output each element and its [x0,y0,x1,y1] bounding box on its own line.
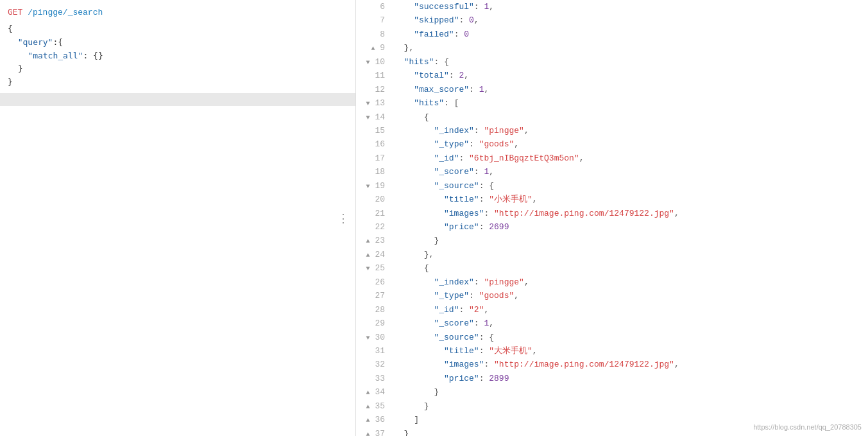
line-number: ▲ 34 [356,385,391,399]
line-row: 29 "_score": 1, [356,317,868,330]
line-number: 33 [356,372,391,385]
line-number: 22 [356,220,391,234]
line-row: 21 "images": "http://image.ping.com/1247… [356,207,868,220]
line-content: { [391,110,868,124]
line-content: "_index": "pingge", [391,124,868,137]
line-row: ▲ 35 } [356,399,868,413]
line-number: 32 [356,358,391,371]
line-content: "max_score": 1, [391,83,868,96]
line-row: 16 "_type": "goods", [356,137,868,151]
line-content: "_index": "pingge", [391,275,868,289]
line-row: 11 "total": 2, [356,69,868,82]
line-row: 18 "_score": 1, [356,165,868,179]
line-number: ▼ 10 [356,55,391,69]
line-number: ▼ 13 [356,96,391,110]
line-content: "images": "http://image.ping.com/1247912… [391,358,868,371]
drag-handle[interactable]: ⋮ [337,211,349,225]
line-number: 20 [356,193,391,206]
line-row: 8 "failed": 0 [356,28,868,41]
line-row: 22 "price": 2699 [356,220,868,234]
line-content: "total": 2, [391,69,868,82]
line-number: 28 [356,303,391,317]
line-row: 17 "_id": "6tbj_nIBgqztEtQ3m5on", [356,152,868,165]
line-content: "hits": { [391,55,868,69]
line-row: 15 "_index": "pingge", [356,124,868,137]
line-content: "_type": "goods", [391,137,868,151]
line-row: ▲ 9 }, [356,41,868,55]
line-content: } [391,234,868,247]
request-body: { "query":{ "match_all": {} } } [0,20,355,92]
line-content: "_source": { [391,179,868,193]
line-number: ▲ 23 [356,234,391,247]
line-number: ▼ 19 [356,179,391,193]
line-number: 15 [356,124,391,137]
line-content: }, [391,248,868,261]
line-content: "title": "小米手机", [391,193,868,206]
http-method: GET [8,8,22,17]
line-number: 11 [356,69,391,82]
line-number: ▲ 37 [356,427,391,436]
line-content: "_type": "goods", [391,289,868,302]
line-content: "_id": "6tbj_nIBgqztEtQ3m5on", [391,152,868,165]
right-panel: 6 "successful": 1,7 "skipped": 0,8 "fail… [356,0,868,436]
line-row: 20 "title": "小米手机", [356,193,868,206]
line-number: ▲ 36 [356,413,391,426]
line-number: ▲ 9 [356,41,391,55]
line-content: "_score": 1, [391,165,868,179]
request-path: /pingge/_search [28,8,103,17]
line-number: 21 [356,207,391,220]
line-content: "skipped": 0, [391,13,868,27]
line-number: 31 [356,344,391,358]
line-number: ▲ 24 [356,248,391,261]
line-row: ▼ 10 "hits": { [356,55,868,69]
line-content: "_source": { [391,331,868,344]
line-number: 8 [356,28,391,41]
left-panel: GET /pingge/_search { "query":{ "match_a… [0,0,356,436]
line-number: 7 [356,13,391,27]
cursor-line [0,93,355,106]
line-row: 28 "_id": "2", [356,303,868,317]
line-number: 12 [356,83,391,96]
line-content: "successful": 1, [391,0,868,13]
line-row: ▲ 24 }, [356,248,868,261]
line-row: 6 "successful": 1, [356,0,868,13]
line-content: "failed": 0 [391,28,868,41]
line-row: ▲ 34 } [356,385,868,399]
line-number: 17 [356,152,391,165]
line-row: ▲ 23 } [356,234,868,247]
line-content: } [391,399,868,413]
line-number: 26 [356,275,391,289]
line-row: 12 "max_score": 1, [356,83,868,96]
line-row: 33 "price": 2899 [356,372,868,385]
line-row: ▼ 25 { [356,261,868,275]
line-number: 6 [356,0,391,13]
line-row: ▼ 30 "_source": { [356,331,868,344]
line-number: 16 [356,137,391,151]
line-content: "title": "大米手机", [391,344,868,358]
line-row: ▼ 19 "_source": { [356,179,868,193]
line-row: 7 "skipped": 0, [356,13,868,27]
line-number: ▼ 25 [356,261,391,275]
line-row: 27 "_type": "goods", [356,289,868,302]
line-content: "price": 2899 [391,372,868,385]
request-line: GET /pingge/_search [0,5,355,20]
line-number: ▲ 35 [356,399,391,413]
line-row: 26 "_index": "pingge", [356,275,868,289]
json-viewer: 6 "successful": 1,7 "skipped": 0,8 "fail… [356,0,868,436]
line-content: } [391,385,868,399]
line-number: 18 [356,165,391,179]
line-row: ▼ 13 "hits": [ [356,96,868,110]
line-number: ▼ 30 [356,331,391,344]
line-content: "_score": 1, [391,317,868,330]
line-row: ▼ 14 { [356,110,868,124]
line-number: 29 [356,317,391,330]
line-content: "price": 2699 [391,220,868,234]
watermark: https://blog.csdn.net/qq_20788305 [753,423,862,431]
line-content: "_id": "2", [391,303,868,317]
line-number: ▼ 14 [356,110,391,124]
line-number: 27 [356,289,391,302]
line-content: "images": "http://image.ping.com/1247912… [391,207,868,220]
line-content: }, [391,41,868,55]
line-content: { [391,261,868,275]
line-row: 32 "images": "http://image.ping.com/1247… [356,358,868,371]
